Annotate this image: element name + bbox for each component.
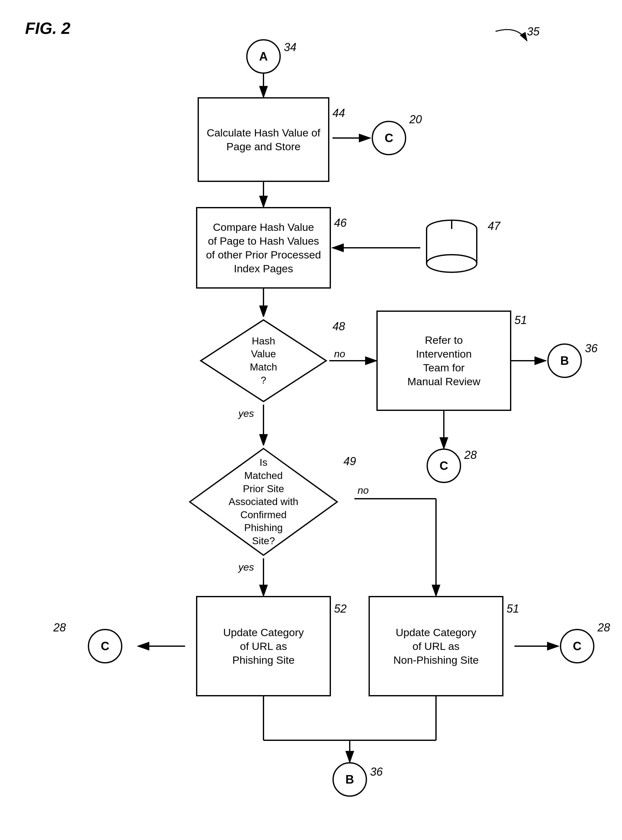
diagram-container: FIG. 2 bbox=[0, 0, 622, 840]
no-label-hash: no bbox=[334, 348, 345, 360]
ref-47: 47 bbox=[488, 220, 500, 233]
ref-28-left: 28 bbox=[53, 621, 66, 634]
figure-label: FIG. 2 bbox=[25, 19, 70, 38]
ref-28-mid: 28 bbox=[464, 448, 477, 462]
ref-52: 52 bbox=[334, 602, 347, 616]
calc-hash-node: Calculate Hash Value of Page and Store bbox=[198, 97, 329, 182]
refer-team-node: Refer toInterventionTeam forManual Revie… bbox=[377, 311, 511, 411]
db-cylinder bbox=[420, 220, 483, 274]
yes-label-matched: yes bbox=[238, 561, 254, 573]
svg-point-26 bbox=[427, 255, 477, 272]
ref-20: 20 bbox=[409, 113, 422, 126]
ref-35: 35 bbox=[527, 25, 540, 38]
connector-c-mid: C bbox=[427, 448, 461, 483]
connector-b-right: B bbox=[547, 343, 582, 378]
update-nonphishing-node: Update Categoryof URL asNon-Phishing Sit… bbox=[369, 596, 503, 696]
end-node-b: B bbox=[332, 762, 367, 797]
yes-label-hash: yes bbox=[238, 408, 254, 419]
ref-34: 34 bbox=[284, 41, 296, 54]
hash-match-diamond: HashValueMatch? bbox=[198, 317, 329, 405]
compare-hash-node: Compare Hash Valueof Page to Hash Values… bbox=[196, 207, 331, 288]
ref-51b: 51 bbox=[506, 602, 519, 616]
ref-36-right: 36 bbox=[585, 342, 598, 355]
connector-c-left: C bbox=[88, 629, 122, 663]
no-label-matched: no bbox=[358, 485, 369, 496]
ref-46: 46 bbox=[334, 216, 347, 230]
ref-49: 49 bbox=[343, 455, 356, 468]
matched-prior-diamond: IsMatchedPrior SiteAssociated withConfir… bbox=[187, 445, 340, 558]
ref-51-refer: 51 bbox=[514, 314, 527, 327]
connector-c-right: C bbox=[560, 629, 595, 663]
start-node-a: A bbox=[246, 39, 281, 74]
ref-36-end: 36 bbox=[370, 765, 383, 779]
update-phishing-node: Update Categoryof URL asPhishing Site bbox=[196, 596, 331, 696]
ref-48: 48 bbox=[332, 320, 345, 333]
ref-28-right: 28 bbox=[598, 621, 610, 634]
storage-c-top: C bbox=[372, 121, 406, 155]
ref-44: 44 bbox=[332, 107, 345, 120]
